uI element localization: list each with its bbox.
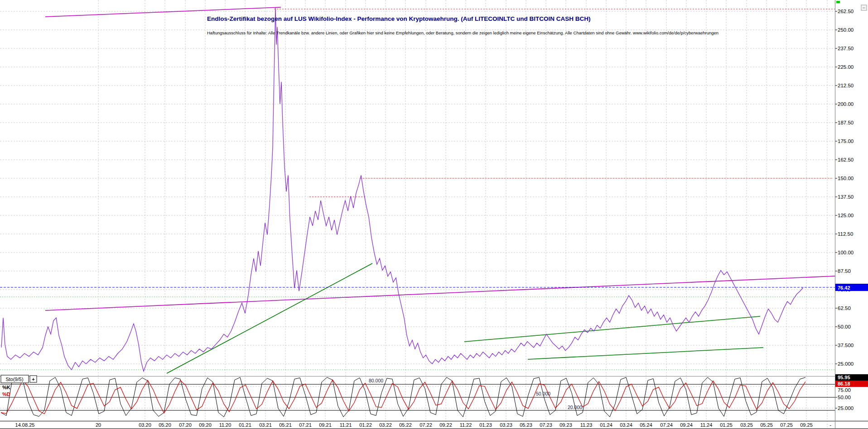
x-axis-label: 03.21 [259,422,272,428]
x-axis-label: 09.20 [199,422,212,428]
series-layer [1,8,803,372]
y-axis-labels: 262.50250.00237.50225.00212.50200.00187.… [835,9,854,408]
y-axis-label: 200.00 [838,101,854,107]
x-axis-label: 20 [96,422,101,428]
stochastic-layer [0,377,835,417]
y-axis-label: 50.00 [838,324,851,329]
x-axis-label: 09.21 [319,422,332,428]
chart-disclaimer: Haftungsausschluss für Inhalte: Alle Tre… [207,30,719,35]
sto-k-legend: %K [2,385,10,390]
green-trendline-upper [464,316,760,342]
x-axis-label: 07.21 [299,422,312,428]
sto-d-legend: %D [2,391,10,397]
x-axis-label: 09.23 [559,422,572,428]
x-axis-label: 11.22 [460,422,472,428]
x-axis-label: 11.21 [340,422,352,428]
x-axis-label: 05.24 [640,422,652,428]
x-axis-label: 03.23 [500,422,512,428]
y-axis-label: 187.50 [838,120,854,125]
x-axis-label: 09.22 [439,422,452,428]
x-axis-label: 01.25 [720,422,733,428]
x-axis-label: - [829,422,831,428]
x-axis-label: 11.24 [700,422,713,428]
plus-icon: + [32,377,34,382]
sto-level-80-label: 80.000 [369,378,383,383]
sto-d-value: 86.18 [838,381,850,386]
y-axis-label: 175.00 [838,138,854,144]
sto-axis-75-label: 75.00 [838,387,851,393]
sto-axis-25-label: 25.000 [838,405,854,411]
y-axis-label: 150.00 [838,176,854,181]
x-axis-label: 03.20 [139,422,151,428]
green-trendline-lower [528,348,763,359]
x-axis-label: 09.24 [680,422,693,428]
y-axis-label: 137.50 [838,194,854,200]
y-axis-label: 237.50 [838,46,854,51]
current-price-value: 76.42 [838,285,850,291]
x-axis-label: 07.24 [660,422,673,428]
chart-title: Endlos-Zertifikat bezogen auf LUS Wikifo… [207,15,590,22]
y-axis-label: 162.50 [838,157,854,162]
x-axis-label: 07.23 [540,422,552,428]
minus-icon: − [863,5,865,10]
x-axis-labels: 14.08.252003.2005.2007.2009.2011.2001.21… [15,422,832,428]
y-axis-label: 62.50 [838,305,851,311]
x-axis-label: 05.21 [279,422,292,428]
x-axis-label: 07.20 [179,422,192,428]
x-axis-label: 05.23 [520,422,532,428]
x-axis-label: 07.25 [780,422,793,428]
y-axis-label: 225.00 [838,64,854,70]
grid-layer [0,0,835,428]
x-axis-label: 01.23 [479,422,492,428]
x-axis-label: 01.22 [359,422,372,428]
green-trendline-2021 [167,263,372,373]
x-axis-label: 05.20 [159,422,171,428]
y-axis-label: 212.50 [838,83,854,88]
price-line [1,8,803,372]
x-axis-label: 01.24 [600,422,612,428]
x-axis-label: 03.22 [379,422,392,428]
y-axis-label: 112.50 [838,231,853,237]
y-axis-label: 87.50 [838,268,851,274]
x-axis-label: 05.22 [399,422,412,428]
sto-indicator-label: Sto(9/5) [5,377,23,382]
y-axis-label: 25.000 [838,361,854,367]
x-axis-label: 05.25 [760,422,773,428]
sto-axis-50-label: 50.00 [838,395,851,400]
y-axis-label: 100.00 [838,250,854,255]
long-trend-channel [45,276,835,310]
sto-level-50-label: 50.000 [536,391,550,396]
x-axis-label: 01.21 [239,422,251,428]
y-axis-label: 37.500 [838,343,854,348]
x-axis-label: 11.23 [580,422,593,428]
y-axis-label: 262.50 [838,9,854,14]
sto-k-value: 95.95 [838,375,850,380]
y-axis-label: 125.00 [838,213,854,218]
x-axis-label: 03.24 [620,422,632,428]
x-axis-label: 07.22 [420,422,432,428]
chart-canvas: 262.50250.00237.50225.00212.50200.00187.… [0,0,868,429]
y-axis-label: 250.00 [838,27,854,33]
x-axis-label: 11.20 [219,422,231,428]
sto-d-line [1,380,805,414]
chart-window: 262.50250.00237.50225.00212.50200.00187.… [0,0,868,429]
status-marker [836,1,840,3]
sto-level-20-label: 20.000 [568,405,582,410]
x-axis-label: 03.25 [740,422,753,428]
annotation-lines-layer [0,7,835,373]
x-axis-label: 09.25 [800,422,813,428]
x-axis-label: 14.08.25 [15,422,35,428]
